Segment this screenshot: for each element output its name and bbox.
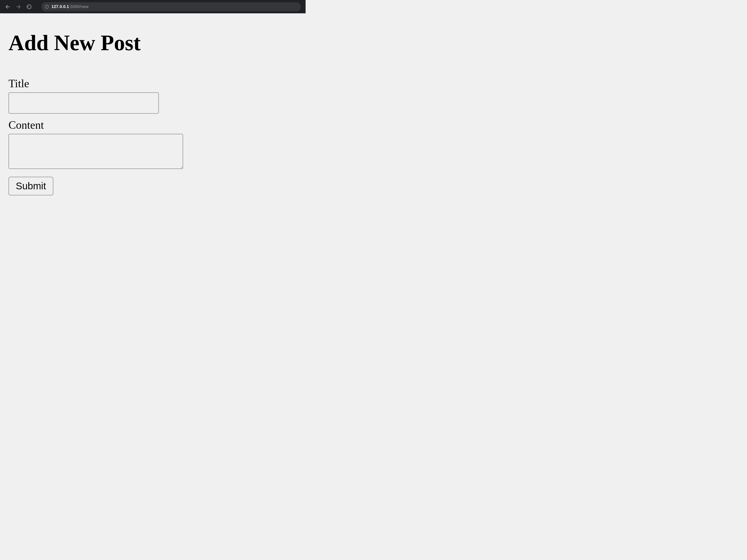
title-label: Title bbox=[8, 77, 297, 90]
forward-button[interactable] bbox=[16, 4, 21, 10]
url-host: 127.0.0.1 bbox=[51, 4, 69, 9]
arrow-right-icon bbox=[16, 4, 21, 9]
url-text: 127.0.0.1:5000/new bbox=[51, 4, 88, 9]
url-path: :5000/new bbox=[69, 4, 88, 9]
address-bar[interactable]: 127.0.0.1:5000/new bbox=[41, 2, 301, 11]
new-post-form: Title Content Submit bbox=[8, 77, 297, 195]
page-title: Add New Post bbox=[8, 30, 297, 55]
content-group: Content bbox=[8, 118, 297, 170]
submit-button[interactable]: Submit bbox=[8, 177, 53, 195]
back-button[interactable] bbox=[5, 4, 11, 10]
title-group: Title bbox=[8, 77, 297, 114]
title-input[interactable] bbox=[8, 92, 159, 114]
content-label: Content bbox=[8, 118, 297, 131]
svg-point-4 bbox=[47, 6, 47, 6]
info-icon bbox=[45, 5, 49, 9]
content-textarea[interactable] bbox=[8, 134, 183, 169]
arrow-left-icon bbox=[5, 4, 10, 9]
page-content: Add New Post Title Content Submit bbox=[0, 14, 306, 205]
reload-button[interactable] bbox=[26, 4, 32, 10]
browser-toolbar: 127.0.0.1:5000/new bbox=[0, 0, 306, 14]
reload-icon bbox=[26, 4, 32, 9]
